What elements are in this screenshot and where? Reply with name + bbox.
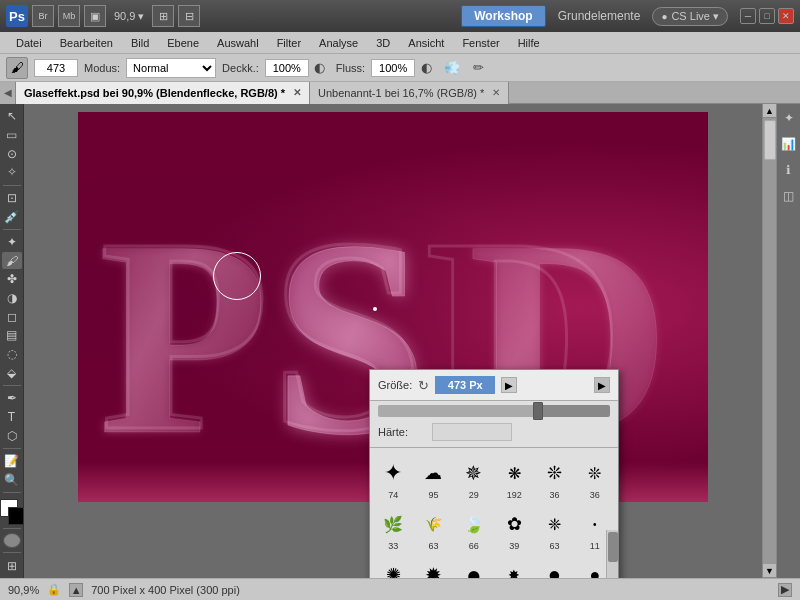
brush-item-7[interactable]: 🌾63 — [414, 505, 452, 554]
tab-left-btn[interactable]: ◀ — [0, 82, 16, 104]
deckung-icon[interactable]: ◐ — [310, 58, 330, 78]
spot-heal-tool[interactable]: ✦ — [2, 234, 22, 251]
brush-num-5: 36 — [590, 490, 600, 500]
scroll-thumb[interactable] — [764, 120, 776, 160]
bridge-badge[interactable]: Br — [32, 5, 54, 27]
tab-unbenannt[interactable]: Unbenannt-1 bei 16,7% (RGB/8) * ✕ — [310, 82, 509, 104]
tab-glaseffekt[interactable]: Glaseffekt.psd bei 90,9% (Blendenflecke,… — [16, 82, 310, 104]
info-icon[interactable]: ℹ — [779, 160, 799, 180]
size-arrow-right[interactable]: ▶ — [501, 377, 517, 393]
eraser-tool[interactable]: ◻ — [2, 308, 22, 325]
scroll-up-btn[interactable]: ▲ — [763, 104, 777, 118]
minibr-badge[interactable]: Mb — [58, 5, 80, 27]
tab-glaseffekt-label: Glaseffekt.psd bei 90,9% (Blendenflecke,… — [24, 87, 285, 99]
crop-tool[interactable]: ⊡ — [2, 190, 22, 207]
layers-icon[interactable]: ◫ — [779, 186, 799, 206]
text-tool[interactable]: T — [2, 409, 22, 426]
menu-hilfe[interactable]: Hilfe — [510, 35, 548, 51]
canvas-area[interactable]: P S D P S D PSD — [24, 104, 762, 578]
color-swatches[interactable] — [0, 499, 24, 522]
eyedropper-tool[interactable]: 💉 — [2, 208, 22, 225]
lasso-tool[interactable]: ⊙ — [2, 145, 22, 162]
brush-tool-icon[interactable]: 🖌 — [6, 57, 28, 79]
brush-item-1[interactable]: ☁95 — [414, 454, 452, 503]
layout-btn[interactable]: ⊟ — [178, 5, 200, 27]
histogram-icon[interactable]: 📊 — [779, 134, 799, 154]
brush-item-8[interactable]: 🍃66 — [455, 505, 493, 554]
brush-num-1: 95 — [428, 490, 438, 500]
menu-bild[interactable]: Bild — [123, 35, 157, 51]
brush-item-15[interactable]: ✸100 — [495, 556, 533, 578]
modus-dropdown[interactable]: Normal — [126, 58, 216, 78]
screen-mode-btn[interactable]: ⊞ — [2, 557, 22, 574]
deckung-input[interactable] — [265, 59, 309, 77]
notes-tool[interactable]: 📝 — [2, 453, 22, 470]
status-arrow-btn[interactable]: ▲ — [69, 583, 83, 597]
menu-datei[interactable]: Datei — [8, 35, 50, 51]
cs-live-button[interactable]: ● CS Live ▾ — [652, 7, 728, 26]
brush-picker-popup[interactable]: Größe: ↻ ▶ ▶ Härte: ✦74☁95✵29❋192❊36❊36🌿… — [369, 369, 619, 578]
magic-wand-tool[interactable]: ✧ — [2, 164, 22, 181]
menu-filter[interactable]: Filter — [269, 35, 309, 51]
brush-item-16[interactable]: ●75 — [535, 556, 573, 578]
brush-item-14[interactable]: ●55 — [455, 556, 493, 578]
background-color[interactable] — [8, 507, 24, 525]
menu-3d[interactable]: 3D — [368, 35, 398, 51]
scroll-track[interactable] — [763, 118, 776, 564]
fluss-icon[interactable]: ◐ — [416, 58, 436, 78]
status-scroll-right[interactable]: ▶ — [778, 583, 792, 597]
pressure-icon[interactable]: ✏ — [468, 58, 488, 78]
brush-item-6[interactable]: 🌿33 — [374, 505, 412, 554]
quick-mask-btn[interactable] — [3, 533, 21, 548]
menu-fenster[interactable]: Fenster — [454, 35, 507, 51]
brush-size-input[interactable] — [34, 59, 78, 77]
tab-glaseffekt-close[interactable]: ✕ — [293, 87, 301, 98]
select-rect-tool[interactable]: ▭ — [2, 127, 22, 144]
brush-tool[interactable]: 🖌 — [2, 252, 22, 269]
brush-scrollbar[interactable] — [606, 530, 618, 578]
scroll-thumb[interactable] — [608, 532, 618, 562]
pen-tool[interactable]: ✒ — [2, 390, 22, 407]
maximize-button[interactable]: □ — [759, 8, 775, 24]
fluss-input[interactable] — [371, 59, 415, 77]
brush-item-5[interactable]: ❊36 — [576, 454, 614, 503]
airbrush-icon[interactable]: 💨 — [442, 58, 462, 78]
clone-tool[interactable]: ✤ — [2, 271, 22, 288]
compass-icon[interactable]: ✦ — [779, 108, 799, 128]
menu-analyse[interactable]: Analyse — [311, 35, 366, 51]
brush-icon-0: ✦ — [377, 457, 409, 489]
zoom-tool[interactable]: 🔍 — [2, 471, 22, 488]
brush-item-3[interactable]: ❋192 — [495, 454, 533, 503]
popup-options-btn[interactable]: ▶ — [594, 377, 610, 393]
brush-item-2[interactable]: ✵29 — [455, 454, 493, 503]
tab-unbenannt-close[interactable]: ✕ — [492, 87, 500, 98]
scroll-down-btn[interactable]: ▼ — [763, 564, 777, 578]
workshop-button[interactable]: Workshop — [461, 5, 545, 27]
close-button[interactable]: ✕ — [778, 8, 794, 24]
screen-mode-btn[interactable]: ▣ — [84, 5, 106, 27]
menu-bearbeiten[interactable]: Bearbeiten — [52, 35, 121, 51]
shape-tool[interactable]: ⬡ — [2, 427, 22, 444]
vertical-scrollbar[interactable]: ▲ ▼ — [762, 104, 776, 578]
refresh-icon[interactable]: ↻ — [418, 378, 429, 393]
arrange-btn[interactable]: ⊞ — [152, 5, 174, 27]
dodge-tool[interactable]: ⬙ — [2, 364, 22, 381]
brush-item-12[interactable]: ✺48 — [374, 556, 412, 578]
brush-item-9[interactable]: ✿39 — [495, 505, 533, 554]
size-input[interactable] — [435, 376, 495, 394]
hardness-input[interactable] — [432, 423, 512, 441]
brush-item-0[interactable]: ✦74 — [374, 454, 412, 503]
brush-item-13[interactable]: ✹32 — [414, 556, 452, 578]
separator-1 — [3, 185, 21, 186]
brush-item-4[interactable]: ❊36 — [535, 454, 573, 503]
gradient-tool[interactable]: ▤ — [2, 327, 22, 344]
blur-tool[interactable]: ◌ — [2, 346, 22, 363]
brush-item-10[interactable]: ❈63 — [535, 505, 573, 554]
size-slider[interactable] — [378, 405, 610, 417]
menu-auswahl[interactable]: Auswahl — [209, 35, 267, 51]
menu-ansicht[interactable]: Ansicht — [400, 35, 452, 51]
menu-ebene[interactable]: Ebene — [159, 35, 207, 51]
minimize-button[interactable]: ─ — [740, 8, 756, 24]
history-tool[interactable]: ◑ — [2, 290, 22, 307]
move-tool[interactable]: ↖ — [2, 108, 22, 125]
